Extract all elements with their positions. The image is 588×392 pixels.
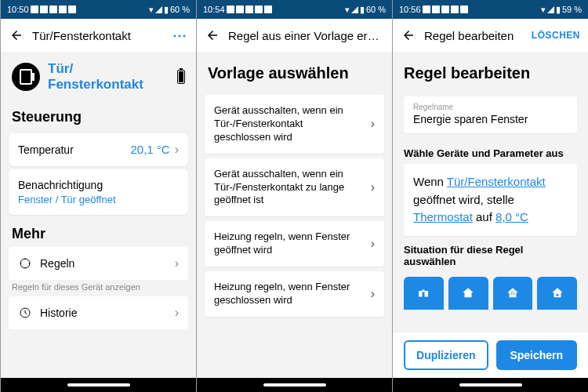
status-icon: [236, 5, 244, 13]
wifi-icon: ▾: [541, 5, 546, 15]
appbar: Regel aus einer Vorlage erst…: [197, 19, 392, 52]
back-button[interactable]: [9, 27, 24, 43]
status-icon: [49, 5, 57, 13]
screen-template-select: 10:54 ▾ ▮ 60 % Regel aus einer Vorlage e…: [196, 0, 392, 392]
android-navbar[interactable]: [393, 378, 588, 392]
more-button[interactable]: ⋯: [172, 27, 188, 44]
rules-row[interactable]: Regeln ›: [9, 247, 188, 280]
template-item[interactable]: Gerät ausschalten, wenn ein Tür-/Fenster…: [205, 95, 384, 154]
situation-sleep[interactable]: Zz: [493, 277, 533, 310]
appbar-title: Regel aus einer Vorlage erst…: [228, 29, 384, 42]
battery-icon: ▮: [556, 5, 561, 15]
temperature-value: 20,1 °C: [130, 143, 169, 156]
statusbar: 10:54 ▾ ▮ 60 %: [197, 0, 392, 19]
template-item[interactable]: Heizung regeln, wenn Fenster geschlossen…: [205, 271, 384, 317]
appbar-title: Regel bearbeiten: [424, 29, 524, 42]
notification-label: Benachrichtigung: [18, 179, 179, 191]
status-icon: [264, 5, 272, 13]
section-heading-more: Mehr: [1, 218, 196, 247]
status-icon: [423, 5, 430, 13]
rules-label: Regeln: [40, 257, 162, 270]
status-battery: 60 %: [366, 5, 386, 14]
rules-hint: Regeln für dieses Gerät anzeigen: [1, 281, 196, 296]
chevron-right-icon: ›: [371, 287, 375, 301]
svg-rect-3: [425, 291, 429, 297]
template-label: Gerät ausschalten, wenn ein Tür-/Fenster…: [214, 168, 360, 208]
wifi-icon: ▾: [149, 5, 154, 15]
temperature-link[interactable]: 8,0 °C: [495, 210, 528, 223]
svg-point-0: [20, 259, 30, 268]
history-row[interactable]: Historie ›: [9, 296, 188, 329]
history-label: Historie: [40, 307, 162, 319]
section-heading-control: Steuerung: [1, 101, 196, 130]
history-icon: [18, 306, 32, 320]
appbar: Tür/Fensterkontakt ⋯: [1, 19, 196, 52]
chevron-right-icon: ›: [175, 306, 179, 320]
svg-text:Zz: Zz: [510, 290, 515, 295]
rules-icon: [18, 256, 32, 270]
svg-rect-2: [419, 291, 423, 297]
status-battery: 60 %: [170, 5, 190, 14]
back-button[interactable]: [205, 27, 220, 43]
delete-button[interactable]: LÖSCHEN: [532, 30, 580, 41]
status-icon: [441, 5, 449, 13]
page-heading: Vorlage auswählen: [197, 52, 392, 90]
status-time: 10:50: [7, 5, 29, 14]
situation-options: Zz: [393, 272, 588, 310]
action-footer: Duplizieren Speichern: [393, 332, 588, 378]
appbar: Regel bearbeiten LÖSCHEN: [393, 19, 588, 52]
rule-name-field[interactable]: Regelname Energie sparen Fenster: [404, 96, 577, 133]
duplicate-button[interactable]: Duplizieren: [404, 340, 488, 370]
status-icon: [59, 5, 67, 13]
appbar-title: Tür/Fensterkontakt: [32, 29, 165, 42]
statusbar: 10:56 ▾ ▮ 59 %: [393, 0, 588, 19]
android-navbar[interactable]: [197, 378, 392, 392]
device-link[interactable]: Tür/Fensterkontakt: [447, 175, 546, 188]
status-icon: [31, 5, 38, 13]
status-icon: [460, 5, 468, 13]
template-item[interactable]: Gerät ausschalten, wenn ein Tür-/Fenster…: [205, 158, 384, 217]
door-sensor-icon: [12, 63, 40, 91]
device-header: Tür/ Fensterkontakt: [1, 52, 196, 101]
device-name[interactable]: Tür/ Fensterkontakt: [48, 61, 169, 93]
statusbar: 10:50 ▾ ▮ 60 %: [1, 0, 196, 19]
template-item[interactable]: Heizung regeln, wenn Fenster geöffnet wi…: [205, 221, 384, 267]
chevron-right-icon: ›: [371, 117, 375, 131]
temperature-label: Temperatur: [18, 143, 74, 156]
status-icon: [451, 5, 459, 13]
page-heading: Regel bearbeiten: [393, 52, 588, 90]
screen-device-detail: 10:50 ▾ ▮ 60 % Tür/Fensterkontakt ⋯ Tür/…: [0, 0, 196, 392]
status-icon: [227, 5, 234, 13]
android-navbar[interactable]: [1, 378, 196, 392]
situation-heading: Situation für diese Regel auswählen: [393, 236, 588, 272]
situation-custom[interactable]: [537, 277, 577, 310]
status-icon: [255, 5, 263, 13]
situation-home[interactable]: [448, 277, 488, 310]
params-heading: Wähle Geräte und Parameter aus: [393, 140, 588, 164]
status-icon: [432, 5, 440, 13]
field-value: Energie sparen Fenster: [413, 113, 568, 125]
rule-sentence: Wenn Tür/Fensterkontakt geöffnet wird, s…: [404, 164, 577, 236]
battery-icon: ▮: [164, 5, 169, 15]
field-label: Regelname: [413, 103, 568, 111]
temperature-row[interactable]: Temperatur 20,1 °C›: [9, 133, 188, 166]
signal-icon: [351, 6, 358, 13]
chevron-right-icon: ›: [371, 237, 375, 251]
status-battery: 59 %: [562, 5, 582, 14]
chevron-right-icon: ›: [371, 180, 375, 194]
situation-away[interactable]: [404, 277, 444, 310]
status-icon: [245, 5, 253, 13]
notification-row[interactable]: Benachrichtigung Fenster / Tür geöffnet: [9, 169, 188, 215]
thermostat-link[interactable]: Thermostat: [413, 210, 473, 223]
battery-icon: ▮: [360, 5, 365, 15]
template-label: Heizung regeln, wenn Fenster geschlossen…: [214, 281, 360, 307]
save-button[interactable]: Speichern: [496, 340, 578, 370]
chevron-right-icon: ›: [175, 256, 179, 270]
status-icon: [68, 5, 76, 13]
wifi-icon: ▾: [345, 5, 350, 15]
template-label: Heizung regeln, wenn Fenster geöffnet wi…: [214, 230, 360, 257]
signal-icon: [547, 6, 554, 13]
status-time: 10:56: [399, 5, 421, 14]
notification-value: Fenster / Tür geöffnet: [18, 194, 179, 205]
back-button[interactable]: [401, 27, 416, 43]
